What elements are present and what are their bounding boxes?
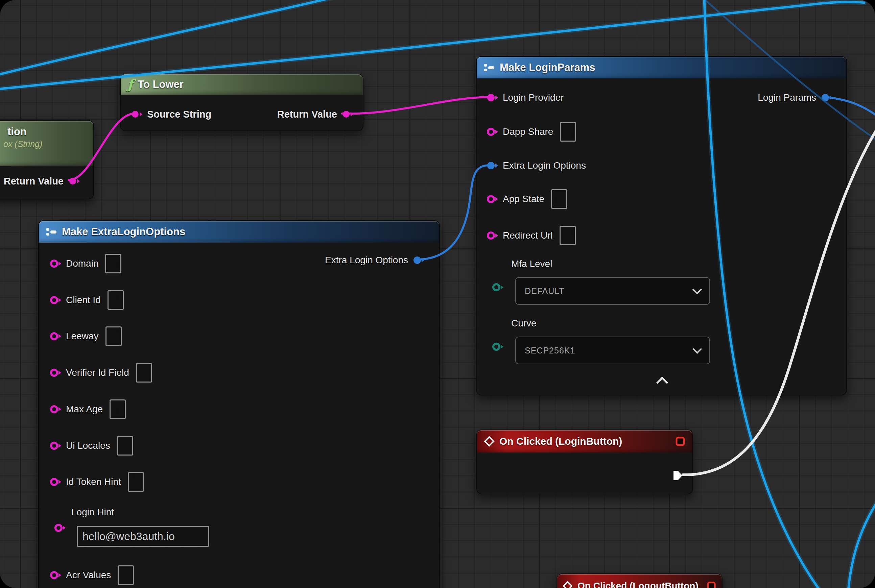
pin-row-app-state: App State bbox=[487, 190, 567, 208]
string-input-pin[interactable] bbox=[50, 368, 61, 378]
pin-row-source-string: Source String bbox=[131, 105, 211, 124]
string-input-pin[interactable] bbox=[50, 259, 61, 268]
pin-row-domain: Domain bbox=[50, 254, 121, 273]
pin-row-extra-login-options-out: Extra Login Options bbox=[325, 251, 424, 270]
string-input-pin[interactable] bbox=[50, 332, 61, 341]
struct-output-pin[interactable] bbox=[821, 93, 832, 102]
string-input-pin[interactable] bbox=[131, 110, 142, 119]
leeway-text-field[interactable] bbox=[105, 327, 122, 346]
acr-values-text-field[interactable] bbox=[118, 566, 134, 585]
pin-label: Id Token Hint bbox=[66, 477, 121, 487]
string-output-pin[interactable] bbox=[68, 176, 80, 186]
node-get-text-partial[interactable]: tion ox (String) Return Value bbox=[0, 120, 94, 200]
delegate-pin[interactable] bbox=[675, 436, 686, 447]
node-on-clicked-logout-header[interactable]: On Clicked (LogoutButton) bbox=[557, 574, 722, 588]
mfa-level-label: Mfa Level bbox=[511, 258, 552, 269]
node-to-lower-header[interactable]: ƒ To Lower bbox=[121, 74, 363, 94]
redirect-url-text-field[interactable] bbox=[559, 226, 576, 245]
node-title: Make LoginParams bbox=[500, 62, 595, 74]
struct-output-pin[interactable] bbox=[413, 255, 424, 265]
curve-label: Curve bbox=[511, 318, 537, 329]
string-input-pin[interactable] bbox=[487, 93, 498, 102]
node-on-clicked-logout-button[interactable]: On Clicked (LogoutButton) bbox=[556, 573, 723, 588]
pin-row-dapp-share: Dapp Share bbox=[487, 122, 576, 141]
node-subtitle: ox (String) bbox=[0, 139, 42, 149]
node-get-text-header[interactable]: tion ox (String) bbox=[0, 121, 93, 166]
pin-row-extra-login-options-in: Extra Login Options bbox=[487, 156, 586, 175]
string-input-pin[interactable] bbox=[50, 296, 61, 305]
pin-label: Extra Login Options bbox=[503, 160, 586, 171]
pin-label: Redirect Url bbox=[503, 230, 553, 241]
node-make-login-params[interactable]: Make LoginParams Login Provider Login Pa… bbox=[476, 56, 847, 395]
pin-label: Verifier Id Field bbox=[66, 368, 129, 378]
pin-row-max-age: Max Age bbox=[50, 400, 126, 419]
mfa-level-value: DEFAULT bbox=[525, 286, 565, 296]
collapse-node-caret[interactable] bbox=[656, 377, 668, 388]
dapp-share-text-field[interactable] bbox=[560, 122, 576, 142]
node-title: tion bbox=[0, 126, 27, 138]
node-on-clicked-login-button[interactable]: On Clicked (LoginButton) bbox=[477, 429, 693, 494]
pin-row-id-token-hint: Id Token Hint bbox=[50, 472, 144, 491]
mfa-level-dropdown[interactable]: DEFAULT bbox=[515, 277, 710, 305]
node-make-extra-login-options-header[interactable]: Make ExtraLoginOptions bbox=[39, 221, 439, 243]
enum-input-pin[interactable] bbox=[492, 282, 504, 292]
pin-label: Login Params bbox=[758, 92, 816, 103]
login-hint-label: Login Hint bbox=[71, 507, 114, 518]
app-state-text-field[interactable] bbox=[551, 189, 567, 209]
pin-label: Ui Locales bbox=[66, 440, 110, 451]
curve-value: SECP256K1 bbox=[525, 346, 575, 356]
node-on-clicked-login-header[interactable]: On Clicked (LoginButton) bbox=[477, 430, 692, 453]
pin-row-return-value: Return Value bbox=[4, 172, 80, 190]
pin-row-return-value: Return Value bbox=[277, 105, 353, 124]
function-icon: ƒ bbox=[128, 78, 133, 91]
event-diamond-icon bbox=[484, 436, 495, 447]
pin-row-client-id: Client Id bbox=[50, 291, 124, 309]
node-to-lower[interactable]: ƒ To Lower Source String Return Value bbox=[120, 74, 364, 131]
pin-label: Acr Values bbox=[66, 570, 111, 580]
client-id-text-field[interactable] bbox=[108, 290, 124, 310]
max-age-text-field[interactable] bbox=[110, 399, 126, 419]
node-title: On Clicked (LoginButton) bbox=[499, 436, 622, 447]
pin-label: Return Value bbox=[4, 176, 63, 187]
id-token-hint-text-field[interactable] bbox=[128, 472, 144, 492]
blueprint-graph-canvas[interactable]: tion ox (String) Return Value ƒ To Lower… bbox=[0, 0, 875, 588]
event-diamond-icon bbox=[562, 581, 573, 588]
pin-label: Leeway bbox=[66, 331, 99, 342]
node-title: Make ExtraLoginOptions bbox=[62, 226, 185, 238]
pin-row-verifier-id-field: Verifier Id Field bbox=[50, 363, 152, 382]
struct-input-pin[interactable] bbox=[487, 161, 498, 170]
pin-label: Domain bbox=[66, 258, 98, 269]
string-input-pin[interactable] bbox=[487, 231, 498, 240]
chevron-down-icon bbox=[692, 285, 702, 294]
pin-row-login-provider: Login Provider bbox=[487, 88, 564, 107]
string-input-pin[interactable] bbox=[487, 194, 498, 204]
string-input-pin[interactable] bbox=[50, 441, 61, 450]
pin-label: Max Age bbox=[66, 404, 103, 415]
login-hint-input[interactable] bbox=[77, 526, 209, 547]
string-output-pin[interactable] bbox=[342, 110, 353, 119]
string-input-pin[interactable] bbox=[487, 127, 498, 136]
verifier-id-text-field[interactable] bbox=[136, 363, 152, 382]
node-make-extra-login-options[interactable]: Make ExtraLoginOptions Domain Client Id … bbox=[38, 220, 440, 588]
string-input-pin[interactable] bbox=[54, 523, 66, 532]
pin-label: Source String bbox=[147, 109, 211, 120]
make-struct-icon bbox=[484, 63, 495, 72]
pin-label: Login Provider bbox=[503, 92, 564, 103]
node-title: To Lower bbox=[138, 78, 183, 91]
pin-label: Dapp Share bbox=[503, 126, 553, 137]
string-input-pin[interactable] bbox=[50, 570, 61, 580]
chevron-down-icon bbox=[692, 344, 702, 354]
domain-text-field[interactable] bbox=[105, 254, 121, 273]
string-input-pin[interactable] bbox=[50, 477, 61, 487]
enum-input-pin[interactable] bbox=[492, 342, 504, 351]
node-make-login-params-header[interactable]: Make LoginParams bbox=[477, 57, 846, 78]
pin-row-leeway: Leeway bbox=[50, 327, 122, 346]
ui-locales-text-field[interactable] bbox=[117, 436, 133, 456]
delegate-pin[interactable] bbox=[706, 581, 716, 588]
exec-output-pin[interactable] bbox=[672, 470, 683, 481]
string-input-pin[interactable] bbox=[50, 405, 61, 414]
pin-label: Client Id bbox=[66, 295, 101, 306]
pin-label: App State bbox=[503, 194, 544, 204]
curve-dropdown[interactable]: SECP256K1 bbox=[515, 337, 710, 364]
pin-row-login-params-out: Login Params bbox=[758, 88, 832, 107]
